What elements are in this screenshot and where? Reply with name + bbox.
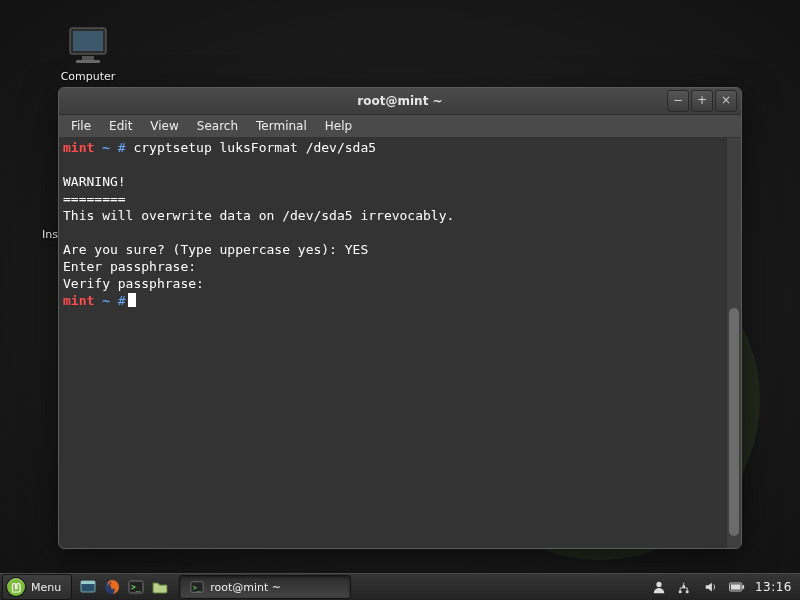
svg-text:>_: >_ [193,584,202,592]
terminal-window: root@mint ~ − + × File Edit View Search … [58,87,742,549]
menu-edit[interactable]: Edit [101,117,140,135]
svg-rect-17 [742,585,744,589]
titlebar[interactable]: root@mint ~ − + × [59,88,741,115]
start-menu-label: Menu [31,581,61,594]
menu-help[interactable]: Help [317,117,360,135]
prompt-host: mint [63,140,94,155]
files-icon[interactable] [149,576,171,598]
show-desktop-icon[interactable] [77,576,99,598]
terminal-launcher-icon[interactable]: >_ [125,576,147,598]
menubar: File Edit View Search Terminal Help [59,115,741,138]
desktop: Computer Insta root@mint ~ − + × File Ed… [0,0,800,600]
prompt-symbol-2: # [118,293,126,308]
terminal-icon: >_ [190,580,204,594]
svg-rect-6 [81,581,95,584]
menu-file[interactable]: File [63,117,99,135]
menu-terminal[interactable]: Terminal [248,117,315,135]
term-enter-pass: Enter passphrase: [63,259,196,274]
taskbar: Menu >_ >_ root@mint ~ [0,573,800,600]
prompt-host-2: mint [63,293,94,308]
volume-icon[interactable] [703,579,719,595]
term-warning-body: This will overwrite data on /dev/sda5 ir… [63,208,454,223]
computer-icon [64,26,112,66]
taskbar-item-terminal[interactable]: >_ root@mint ~ [179,575,351,599]
user-icon[interactable] [651,579,667,595]
menu-search[interactable]: Search [189,117,246,135]
quick-launch: >_ [77,576,171,598]
svg-rect-13 [679,591,682,594]
close-button[interactable]: × [715,90,737,112]
svg-rect-4 [76,60,100,63]
firefox-icon[interactable] [101,576,123,598]
desktop-icon-computer[interactable]: Computer [52,26,124,83]
terminal-cursor [128,293,136,307]
svg-rect-15 [686,591,689,594]
prompt-path: ~ [102,140,110,155]
term-warning-rule: ======== [63,191,126,206]
svg-rect-3 [82,56,94,60]
prompt-symbol: # [118,140,126,155]
svg-rect-18 [731,584,741,589]
network-icon[interactable] [677,579,693,595]
scrollbar-thumb[interactable] [729,308,739,536]
start-menu-button[interactable]: Menu [2,574,72,600]
desktop-icon-label: Computer [52,70,124,83]
system-tray: 13:16 [643,579,800,595]
prompt-path-2: ~ [102,293,110,308]
window-title: root@mint ~ [59,94,741,108]
battery-icon[interactable] [729,579,745,595]
maximize-button[interactable]: + [691,90,713,112]
taskbar-item-label: root@mint ~ [210,581,281,594]
clock[interactable]: 13:16 [755,580,792,594]
mint-logo-icon [7,578,25,596]
minimize-button[interactable]: − [667,90,689,112]
svg-point-12 [656,582,661,587]
terminal-output[interactable]: mint ~ # cryptsetup luksFormat /dev/sda5… [59,138,726,548]
terminal-scrollbar[interactable] [726,138,741,548]
svg-rect-2 [73,31,103,51]
svg-text:>_: >_ [131,583,141,592]
term-confirm: Are you sure? (Type uppercase yes): YES [63,242,368,257]
cmd-line-1: cryptsetup luksFormat /dev/sda5 [133,140,376,155]
menu-view[interactable]: View [142,117,186,135]
window-controls: − + × [667,90,737,112]
term-verify-pass: Verify passphrase: [63,276,204,291]
term-warning-title: WARNING! [63,174,126,189]
